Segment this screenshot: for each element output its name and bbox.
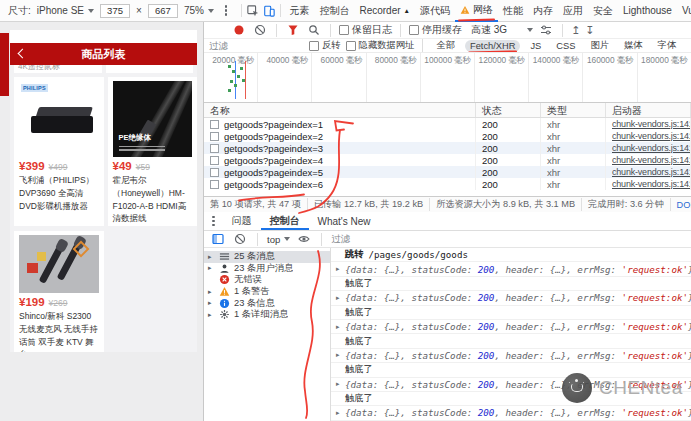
console-sidebar-item-23[interactable]: ▸23 条信息 (204, 297, 330, 309)
network-overview-timeline[interactable]: 20000 毫秒40000 毫秒60000 毫秒80000 毫秒100000 毫… (204, 52, 691, 103)
hide-data-urls-checkbox[interactable]: 隐藏数据网址 (346, 39, 415, 52)
console-sidebar-item-1[interactable]: ▸1 条警告 (204, 286, 330, 298)
filter-chip-item[interactable]: 图片 (585, 39, 614, 52)
export-har-icon[interactable]: ↧ (585, 25, 594, 36)
console-sidebar-item-item[interactable]: ▸无错误 (204, 274, 330, 286)
network-request-row[interactable]: getgoods?pageindex=2200xhrchunk-vendors.… (204, 130, 691, 142)
network-request-row[interactable]: getgoods?pageindex=1200xhrchunk-vendors.… (204, 118, 691, 130)
tab-vue[interactable]: Vue (677, 0, 691, 22)
request-type: xhr (541, 154, 606, 166)
console-message[interactable]: ▸{data: {…}, statusCode: 200, header: {…… (331, 320, 691, 334)
disable-cache-checkbox[interactable]: 停用缓存 (409, 23, 462, 37)
tab-lighthouse[interactable]: Lighthouse (618, 0, 677, 22)
tab-console[interactable]: 控制台 (314, 0, 354, 22)
console-message[interactable]: ▸{data: {…}, statusCode: 200, header: {…… (331, 406, 691, 420)
console-message[interactable]: ▸{data: {…}, statusCode: 200, header: {…… (331, 291, 691, 305)
clear-console-icon[interactable] (232, 231, 248, 247)
tab-network[interactable]: 网络 (455, 0, 498, 22)
network-request-row[interactable]: getgoods?pageindex=3200xhrchunk-vendors.… (204, 142, 691, 154)
request-checkbox[interactable] (210, 156, 219, 165)
tab-sources[interactable]: 源代码 (415, 0, 455, 22)
console-tab-item[interactable]: 控制台 (261, 212, 309, 230)
console-filter-input[interactable] (331, 234, 581, 244)
device-height-input[interactable] (148, 4, 178, 18)
filter-chip-label: 媒体 (624, 40, 643, 50)
more-options-icon[interactable] (209, 216, 218, 227)
product-card[interactable]: PE绝缘体 ¥49 ¥59 霍尼韦尔（Honeywell）HM-F1020-A-… (108, 77, 198, 226)
request-initiator-link[interactable]: chunk-vendors.js:14120 (612, 143, 691, 153)
filter-chip-item[interactable]: 字体 (653, 39, 682, 52)
divider (422, 39, 423, 52)
console-message[interactable]: ▸{data: {…}, statusCode: 200, header: {…… (331, 349, 691, 363)
network-request-row[interactable]: getgoods?pageindex=4200xhrchunk-vendors.… (204, 154, 691, 166)
filter-chip-item[interactable]: 媒体 (619, 39, 648, 52)
console-sidebar-item-23[interactable]: ▸23 条用户消息 (204, 263, 330, 275)
network-conditions-icon[interactable] (538, 22, 554, 38)
context-selector[interactable]: top (267, 234, 290, 245)
network-request-row[interactable]: getgoods?pageindex=5200xhrchunk-vendors.… (204, 166, 691, 178)
filter-chip-js[interactable]: JS (525, 40, 546, 52)
expand-caret-icon: ▸ (336, 380, 345, 388)
console-tab-item[interactable]: 问题 (223, 212, 261, 230)
activity-mark (232, 70, 235, 73)
console-sidebar-item-1[interactable]: ▸1 条详细消息 (204, 309, 330, 321)
console-message: 触底了 (331, 277, 691, 291)
device-select[interactable]: iPhone SE (37, 5, 94, 16)
clear-icon[interactable] (252, 22, 268, 38)
column-header-name[interactable]: 名称 (204, 103, 476, 117)
request-checkbox[interactable] (210, 180, 219, 189)
network-request-row[interactable]: getgoods?pageindex=6200xhrchunk-vendors.… (204, 178, 691, 190)
console-sidebar-icon[interactable] (210, 231, 226, 247)
console-tab-what-s-new[interactable]: What's New (309, 212, 380, 230)
tab-elements[interactable]: 元素 (284, 0, 314, 22)
request-checkbox[interactable] (210, 132, 219, 141)
request-initiator-link[interactable]: chunk-vendors.js:14120 (612, 119, 691, 129)
product-card[interactable]: ¥199 ¥269 Shinco/新科 S2300 无线麦克风 无线手持话筒 双… (14, 231, 104, 352)
request-initiator-link[interactable]: chunk-vendors.js:14120 (612, 179, 691, 189)
throttling-value: 高速 3G (471, 23, 507, 37)
search-icon[interactable] (306, 22, 322, 38)
more-options-icon[interactable] (222, 5, 231, 16)
request-checkbox[interactable] (210, 144, 219, 153)
filter-chip-all[interactable]: 全部 (431, 39, 460, 52)
console-message[interactable]: ▸{data: {…}, statusCode: 200, header: {…… (331, 262, 691, 276)
tab-label: 安全 (593, 4, 613, 18)
invert-checkbox[interactable]: 反转 (309, 39, 341, 52)
eye-icon[interactable] (296, 231, 312, 247)
sidebar-item-label: 23 条用户消息 (234, 263, 293, 275)
record-icon[interactable] (231, 22, 247, 38)
request-initiator-link[interactable]: chunk-vendors.js:14120 (612, 167, 691, 177)
tab-recorder[interactable]: Recorder▲ (354, 0, 415, 22)
filter-chip-fetch-xhr[interactable]: Fetch/XHR (465, 40, 520, 52)
tab-application[interactable]: 应用 (558, 0, 588, 22)
dcl-marker-line (235, 61, 236, 99)
back-icon[interactable] (18, 49, 28, 59)
import-har-icon[interactable]: ↥ (571, 25, 580, 36)
column-header-status[interactable]: 状态 (476, 103, 541, 117)
filter-funnel-icon[interactable] (285, 22, 301, 38)
column-header-type[interactable]: 类型 (541, 103, 606, 117)
zoom-select[interactable]: 75% (184, 5, 214, 16)
clipped-product-card[interactable]: 4K遥控鼠标 (14, 65, 102, 73)
product-card[interactable]: PHILIPS ¥399 ¥499 飞利浦（PHILIPS）DVP3690 全高… (14, 77, 104, 226)
network-filter-input[interactable] (209, 41, 304, 51)
tab-security[interactable]: 安全 (588, 0, 618, 22)
tab-memory[interactable]: 内存 (528, 0, 558, 22)
timeline-tick-label: 20000 毫秒 (204, 53, 258, 102)
request-checkbox[interactable] (210, 168, 219, 177)
request-initiator-link[interactable]: chunk-vendors.js:14120 (612, 155, 691, 165)
request-initiator-link[interactable]: chunk-vendors.js:14120 (612, 131, 691, 141)
timeline-tick-label: 160000 毫秒 (583, 53, 637, 102)
throttling-select[interactable]: 高速 3G (471, 23, 533, 37)
filter-chip-css[interactable]: CSS (551, 40, 580, 52)
filter-chip-item[interactable]: 文档 (686, 39, 691, 52)
clipped-product-card[interactable] (106, 65, 194, 73)
console-sidebar-item-25[interactable]: ▸25 条消息 (204, 251, 330, 263)
request-checkbox[interactable] (210, 120, 219, 129)
column-header-initiator[interactable]: 启动器 (606, 103, 691, 117)
device-toolbar-toggle-icon[interactable] (261, 3, 277, 19)
inspect-icon[interactable] (245, 3, 261, 19)
tab-performance[interactable]: 性能 (498, 0, 528, 22)
device-width-input[interactable] (100, 4, 130, 18)
preserve-log-checkbox[interactable]: 保留日志 (339, 23, 392, 37)
